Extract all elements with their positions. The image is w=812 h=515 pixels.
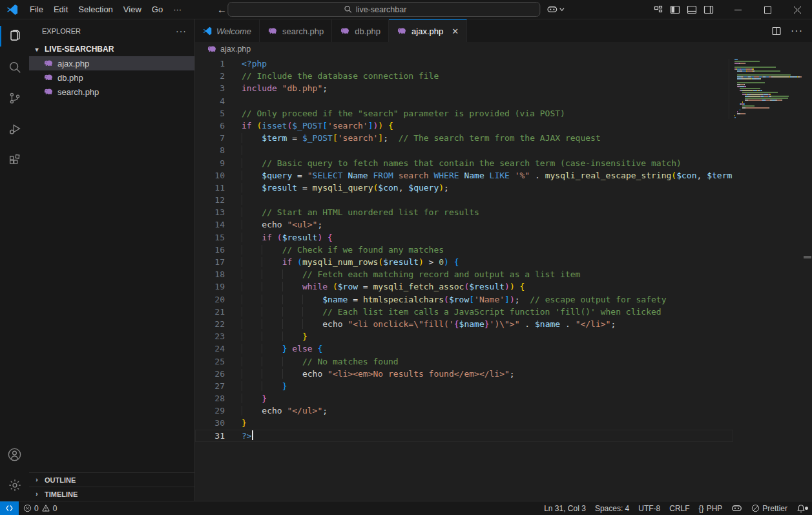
toggle-primary-sidebar-icon[interactable] bbox=[670, 5, 680, 15]
code-line-25[interactable]: 25 // No matches found bbox=[195, 355, 733, 368]
minimize-button[interactable] bbox=[723, 0, 753, 19]
outline-section[interactable]: › OUTLINE bbox=[29, 472, 194, 487]
tab-ajax-php[interactable]: ajax.php✕ bbox=[389, 19, 467, 42]
line-number: 14 bbox=[195, 218, 225, 231]
menu-edit[interactable]: Edit bbox=[48, 2, 73, 17]
code-line-21[interactable]: 21 // Each list item calls a JavaScript … bbox=[195, 306, 733, 318]
code-line-7[interactable]: 7 $term = $_POST['search']; // The searc… bbox=[195, 132, 733, 144]
run-debug-icon[interactable] bbox=[0, 114, 29, 145]
explorer-more-actions-button[interactable]: ··· bbox=[176, 26, 187, 36]
extensions-icon[interactable] bbox=[0, 145, 29, 176]
line-number: 10 bbox=[195, 169, 225, 182]
code-line-24[interactable]: 24 } else { bbox=[195, 342, 733, 355]
code-line-26[interactable]: 26 echo "<li><em>No results found</em></… bbox=[195, 368, 733, 380]
file-item-search-php[interactable]: search.php bbox=[29, 85, 194, 99]
code-editor[interactable]: 1<?php2// Include the database connectio… bbox=[195, 56, 812, 501]
editor-more-actions-button[interactable]: ··· bbox=[791, 25, 803, 37]
maximize-button[interactable] bbox=[753, 0, 782, 19]
breadcrumb[interactable]: ajax.php bbox=[195, 42, 812, 56]
code-line-3[interactable]: 3include "db.php"; bbox=[195, 82, 733, 94]
timeline-section[interactable]: › TIMELINE bbox=[29, 487, 194, 501]
toggle-panel-icon[interactable] bbox=[687, 5, 697, 15]
eol-setting[interactable]: CRLF bbox=[665, 504, 694, 513]
line-number: 27 bbox=[195, 380, 225, 392]
code-line-6[interactable]: 6if (isset($_POST['search'])) { bbox=[195, 120, 733, 132]
code-line-20[interactable]: 20 $name = htmlspecialchars($row['Name']… bbox=[195, 293, 733, 306]
code-line-30[interactable]: 30} bbox=[195, 417, 733, 429]
code-line-15[interactable]: 15 if ($result) { bbox=[195, 231, 733, 244]
split-editor-icon[interactable] bbox=[771, 26, 782, 36]
settings-gear-icon[interactable] bbox=[0, 470, 29, 501]
line-number: 7 bbox=[195, 132, 225, 144]
code-line-11[interactable]: 11 $result = mysqli_query($con, $query); bbox=[195, 182, 733, 194]
line-number: 30 bbox=[195, 417, 225, 429]
search-view-icon[interactable] bbox=[0, 52, 29, 83]
menu-go[interactable]: Go bbox=[147, 2, 168, 17]
copilot-status[interactable] bbox=[727, 504, 747, 513]
nav-back-button[interactable]: ← bbox=[217, 4, 227, 15]
language-mode[interactable]: {} PHP bbox=[694, 504, 727, 513]
code-line-12[interactable]: 12 bbox=[195, 194, 733, 206]
code-line-17[interactable]: 17 if (mysqli_num_rows($result) > 0) { bbox=[195, 256, 733, 268]
line-number: 17 bbox=[195, 256, 225, 268]
copilot-menu-button[interactable] bbox=[547, 5, 565, 14]
explorer-icon[interactable] bbox=[0, 21, 29, 52]
menubar: FileEditSelectionViewGo··· bbox=[25, 2, 187, 17]
root-folder-row[interactable]: ▾ LIVE-SEARCHBAR bbox=[29, 42, 194, 56]
toggle-secondary-sidebar-icon[interactable] bbox=[703, 5, 714, 15]
source-control-icon[interactable] bbox=[0, 83, 29, 114]
line-number: 8 bbox=[195, 144, 225, 156]
cursor-position[interactable]: Ln 31, Col 3 bbox=[539, 504, 590, 513]
search-input[interactable] bbox=[356, 5, 424, 14]
code-line-28[interactable]: 28 } bbox=[195, 392, 733, 405]
tab-label: search.php bbox=[282, 26, 324, 36]
menu-selection[interactable]: Selection bbox=[73, 2, 118, 17]
encoding-setting[interactable]: UTF-8 bbox=[634, 504, 665, 513]
code-line-8[interactable]: 8 bbox=[195, 144, 733, 156]
code-line-27[interactable]: 27 } bbox=[195, 380, 733, 392]
line-number: 15 bbox=[195, 231, 225, 244]
command-center-search[interactable] bbox=[227, 2, 540, 17]
close-window-button[interactable] bbox=[782, 0, 812, 19]
code-line-22[interactable]: 22 echo "<li onclick=\"fill('{$name}')\"… bbox=[195, 318, 733, 330]
minimap[interactable] bbox=[734, 59, 802, 119]
code-line-18[interactable]: 18 // Fetch each matching record and out… bbox=[195, 268, 733, 280]
customize-layout-icon[interactable] bbox=[653, 5, 663, 15]
remote-indicator[interactable] bbox=[0, 501, 19, 515]
accounts-icon[interactable] bbox=[0, 439, 29, 470]
formatter-status[interactable]: Prettier bbox=[747, 504, 792, 513]
titlebar: FileEditSelectionViewGo··· ← → bbox=[0, 0, 812, 19]
line-number: 31 bbox=[195, 430, 225, 442]
indentation-setting[interactable]: Spaces: 4 bbox=[590, 504, 634, 513]
close-tab-icon[interactable]: ✕ bbox=[452, 26, 459, 36]
tab-welcome[interactable]: Welcome bbox=[195, 19, 260, 42]
line-number: 23 bbox=[195, 330, 225, 342]
code-line-2[interactable]: 2// Include the database connection file bbox=[195, 70, 733, 82]
tab-label: db.php bbox=[355, 26, 380, 36]
menu-file[interactable]: File bbox=[25, 2, 48, 17]
tab-db-php[interactable]: db.php bbox=[332, 19, 389, 42]
code-line-19[interactable]: 19 while ($row = mysqli_fetch_assoc($res… bbox=[195, 280, 733, 293]
code-line-13[interactable]: 13 // Start an HTML unordered list for r… bbox=[195, 206, 733, 218]
code-line-4[interactable]: 4 bbox=[195, 95, 733, 107]
code-line-10[interactable]: 10 $query = "SELECT Name FROM search WHE… bbox=[195, 169, 733, 182]
overview-ruler[interactable] bbox=[803, 56, 812, 501]
breadcrumb-file: ajax.php bbox=[220, 45, 251, 54]
menu-view[interactable]: View bbox=[118, 2, 147, 17]
file-item-db-php[interactable]: db.php bbox=[29, 70, 194, 85]
code-line-23[interactable]: 23 } bbox=[195, 330, 733, 342]
code-line-5[interactable]: 5// Only proceed if the "search" paramet… bbox=[195, 107, 733, 120]
file-item-ajax-php[interactable]: ajax.php bbox=[29, 56, 194, 70]
menu-more[interactable]: ··· bbox=[168, 2, 187, 17]
problems-indicator[interactable]: 0 0 bbox=[19, 501, 61, 515]
code-line-14[interactable]: 14 echo "<ul>"; bbox=[195, 218, 733, 231]
code-line-16[interactable]: 16 // Check if we found any matches bbox=[195, 244, 733, 256]
code-line-31[interactable]: 31?> bbox=[195, 430, 733, 442]
code-line-9[interactable]: 9 // Basic query to fetch names that con… bbox=[195, 157, 733, 169]
tab-search-php[interactable]: search.php bbox=[260, 19, 332, 42]
notifications-bell[interactable] bbox=[792, 504, 812, 513]
code-line-1[interactable]: 1<?php bbox=[195, 58, 733, 70]
timeline-label: TIMELINE bbox=[45, 490, 78, 498]
code-line-29[interactable]: 29 echo "</ul>"; bbox=[195, 405, 733, 417]
php-icon bbox=[397, 26, 407, 36]
